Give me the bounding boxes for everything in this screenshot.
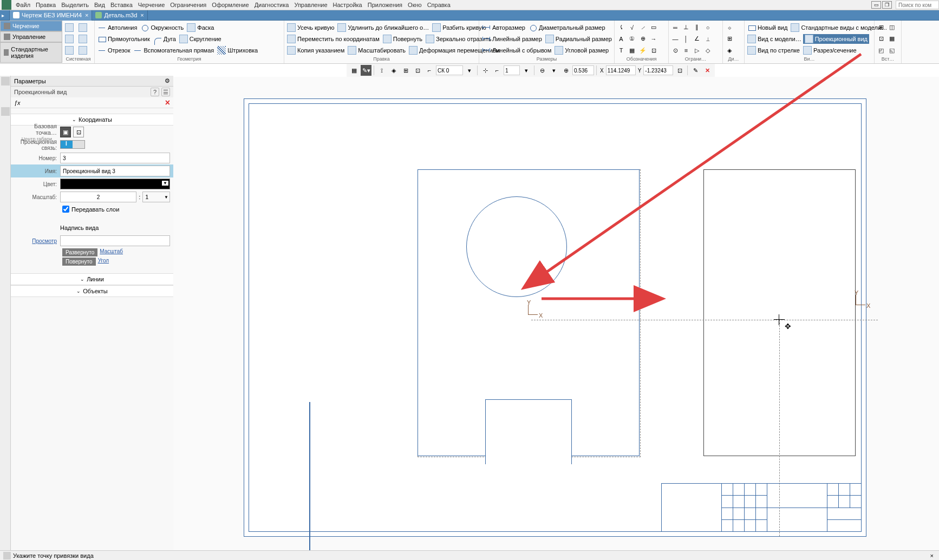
doctab-drawing[interactable]: Чертеж БЕЗ ИМЕНИ4 × <box>10 10 92 21</box>
balloon-icon[interactable]: ① <box>627 34 637 44</box>
coord-opt-icon[interactable]: ⊡ <box>674 65 685 76</box>
menu-window[interactable]: Окно <box>405 1 425 9</box>
menu-insert[interactable]: Вставка <box>108 1 135 9</box>
copy-button[interactable]: Копия указанием <box>285 45 346 55</box>
c12-icon[interactable]: ◇ <box>702 45 713 56</box>
text-icon[interactable]: A <box>616 34 627 44</box>
i5-icon[interactable]: ◰ <box>876 45 886 56</box>
menu-select[interactable]: Выделить <box>58 1 92 9</box>
weld-icon[interactable]: ⟋ <box>637 22 648 33</box>
scale-den-combo[interactable]: 1 <box>142 192 170 202</box>
3d-icon[interactable]: ◈ <box>388 65 399 76</box>
lindim-button[interactable]: Линейный размер <box>480 34 544 44</box>
chamfer-button[interactable]: Фаска <box>185 23 216 32</box>
sb-icon[interactable]: ▦ <box>349 65 360 76</box>
grid-icon[interactable]: ⊡ <box>412 65 423 76</box>
doctab-toggle[interactable]: ▸ <box>0 10 10 21</box>
menu-format[interactable]: Оформление <box>209 1 251 9</box>
cs-select[interactable] <box>436 65 463 75</box>
stdviews-button[interactable]: Стандартные виды с модели… <box>789 23 889 32</box>
name-input[interactable] <box>60 166 170 176</box>
i4-icon[interactable]: ▦ <box>886 34 897 44</box>
open-doc-button[interactable] <box>77 23 90 32</box>
mode-drawing[interactable]: Черчение <box>0 21 62 31</box>
ortho2-icon[interactable]: ⌐ <box>492 65 503 76</box>
zoomout-icon[interactable]: ⊖ <box>537 65 547 76</box>
arc-button[interactable]: Дуга <box>152 34 178 44</box>
arrowview-button[interactable]: Вид по стрелке <box>746 45 801 55</box>
projlink-toggle[interactable] <box>60 140 85 149</box>
c7-icon[interactable]: ∠ <box>692 34 702 44</box>
menu-edit[interactable]: Правка <box>33 1 58 9</box>
step-dd-icon[interactable]: ▾ <box>521 65 532 76</box>
d2-icon[interactable]: ⊞ <box>724 34 735 44</box>
preview-link[interactable]: Просмотр <box>32 238 57 244</box>
title-block[interactable] <box>661 483 862 532</box>
layers-checkbox[interactable] <box>62 206 69 213</box>
surface-icon[interactable]: √ <box>627 22 637 33</box>
arrow-icon[interactable]: → <box>648 34 659 44</box>
close-icon[interactable]: × <box>165 98 170 108</box>
i6-icon[interactable]: ◱ <box>886 45 897 56</box>
menu-constraints[interactable]: Ограничения <box>167 1 209 9</box>
y-input[interactable] <box>643 65 673 75</box>
raddim-button[interactable]: Радиальный размер <box>544 34 614 44</box>
undo-button[interactable] <box>63 45 77 55</box>
zoomin-icon[interactable]: ⊕ <box>560 65 571 76</box>
c2-icon[interactable]: ⊥ <box>681 22 692 33</box>
zoom-dd-icon[interactable]: ▾ <box>549 65 559 76</box>
new-doc-button[interactable] <box>63 23 77 32</box>
x-input[interactable] <box>606 65 636 75</box>
scale-button[interactable]: Масштабировать <box>346 45 407 55</box>
autoline-button[interactable]: Автолиния <box>96 23 139 32</box>
snap-icon[interactable]: ⟟ <box>376 65 387 76</box>
fillet-button[interactable]: Скругление <box>178 34 223 44</box>
segment-button[interactable]: Отрезок <box>96 45 132 55</box>
edit-icon[interactable]: ✎ <box>690 65 701 76</box>
c1-icon[interactable]: ═ <box>670 22 681 33</box>
color-combo[interactable] <box>60 179 170 189</box>
c5-icon[interactable]: — <box>670 34 681 44</box>
move-button[interactable]: Переместить по координатам <box>285 34 381 44</box>
cancel-op-icon[interactable]: ✕ <box>702 65 713 76</box>
snap2-icon[interactable]: ⊹ <box>480 65 491 76</box>
menu-drawing[interactable]: Черчение <box>135 1 168 9</box>
window-restore-icon[interactable]: ▭ <box>871 1 881 9</box>
angle-link[interactable]: Угол <box>98 258 109 266</box>
tol-icon[interactable]: ⊡ <box>648 45 659 56</box>
menu-manage[interactable]: Управление <box>291 1 330 9</box>
rotate-button[interactable]: Повернуть <box>381 34 424 44</box>
c8-icon[interactable]: ⟂ <box>702 34 713 44</box>
d1-icon[interactable]: ⟐ <box>724 22 735 33</box>
rect-button[interactable]: Прямоугольник <box>96 34 152 44</box>
text2-icon[interactable]: T <box>616 45 627 56</box>
menu-file[interactable]: Файл <box>13 1 33 9</box>
help-icon[interactable]: ? <box>151 88 159 96</box>
mode-std-parts[interactable]: Стандартные изделия <box>0 42 62 63</box>
scale-link[interactable]: Масштаб <box>100 248 123 256</box>
modelview-button[interactable]: Вид с модели… <box>746 34 803 44</box>
strip-icon-1[interactable] <box>1 77 10 85</box>
cs-icon[interactable]: ⌐ <box>424 65 435 76</box>
caption-input[interactable] <box>60 235 170 246</box>
close-icon[interactable]: × <box>140 12 144 18</box>
menu-diag[interactable]: Диагностика <box>252 1 292 9</box>
save-button[interactable] <box>63 34 77 44</box>
c3-icon[interactable]: ∥ <box>692 22 702 33</box>
circle-button[interactable]: Окружность <box>139 23 185 32</box>
c4-icon[interactable]: ○ <box>702 22 713 33</box>
diadim-button[interactable]: Диаметральный размер <box>527 23 607 32</box>
pencil-icon[interactable]: ✎▾ <box>361 65 371 76</box>
section-lines[interactable]: ⌄Линии <box>11 273 173 285</box>
ortho-icon[interactable]: ⊞ <box>400 65 411 76</box>
trim-button[interactable]: Усечь кривую <box>285 23 336 32</box>
c11-icon[interactable]: ▷ <box>692 45 702 56</box>
search-input[interactable] <box>896 1 939 9</box>
autodim-button[interactable]: Авторазмер <box>480 23 527 32</box>
menu-settings[interactable]: Настройка <box>330 1 365 9</box>
strip-icon-2[interactable] <box>1 107 10 116</box>
print-button[interactable] <box>77 34 90 44</box>
number-input[interactable] <box>60 153 170 163</box>
status-close-icon[interactable]: × <box>928 552 936 559</box>
menu-view[interactable]: Вид <box>92 1 108 9</box>
